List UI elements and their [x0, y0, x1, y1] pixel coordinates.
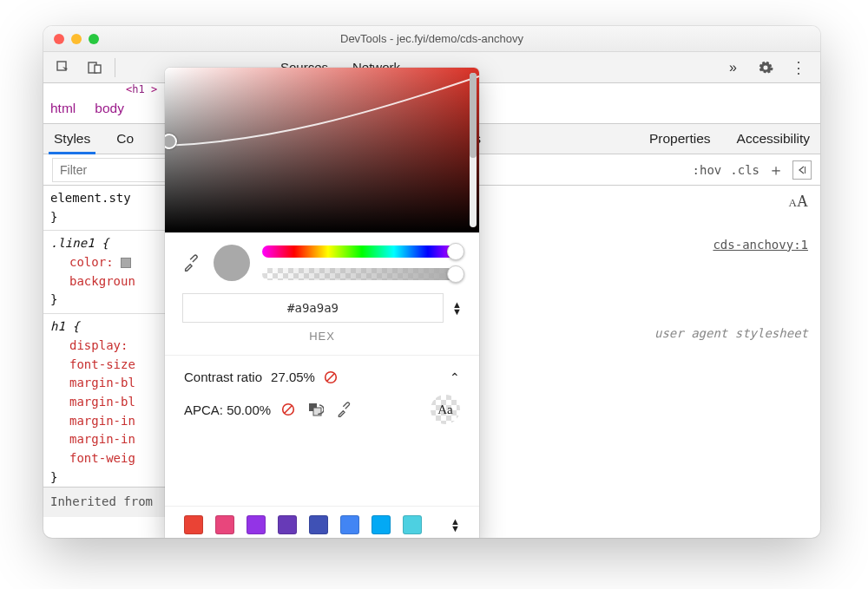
spectrum-marker[interactable]	[165, 134, 177, 149]
prop-fontsize-cut[interactable]: font-size	[50, 356, 171, 375]
breadcrumb-body[interactable]: body	[95, 101, 124, 116]
contrast-curve	[165, 68, 479, 232]
format-switch-icon[interactable]: ▲▼	[452, 302, 462, 315]
titlebar: DevTools - jec.fyi/demo/cds-anchovy	[43, 26, 820, 52]
apca-eyedropper-icon[interactable]	[335, 400, 354, 419]
alpha-thumb[interactable]	[447, 265, 464, 283]
prop-fontweight-cut[interactable]: font-weig	[50, 449, 171, 468]
prop-color[interactable]: color:	[50, 253, 171, 272]
palette-switch-icon[interactable]: ▲▼	[450, 519, 460, 532]
palette-swatch-4[interactable]	[278, 515, 297, 534]
contrast-fail-icon	[324, 370, 338, 384]
settings-gear-icon[interactable]	[754, 56, 777, 79]
palette-swatch-1[interactable]	[184, 515, 203, 534]
spectrum-area[interactable]	[165, 68, 479, 232]
zoom-dot[interactable]	[89, 34, 99, 44]
styles-right-column: AA cds-anchovy:1 user agent stylesheet	[654, 189, 808, 344]
swap-colors-icon[interactable]	[306, 400, 325, 419]
prop-background-cut[interactable]: backgroun	[50, 272, 171, 291]
picker-separator	[165, 355, 479, 356]
contrast-collapse-chevron-up-icon[interactable]: ⌃	[450, 370, 460, 384]
prop-marginbl-2[interactable]: margin-bl	[50, 393, 171, 412]
hue-slider[interactable]	[262, 245, 462, 258]
eyedropper-icon[interactable]	[182, 253, 201, 272]
tab-accessibility[interactable]: Accessibility	[737, 131, 810, 147]
font-aa-icon[interactable]: AA	[789, 193, 808, 210]
sidebar-toggle-icon[interactable]	[792, 160, 812, 180]
palette-swatch-6[interactable]	[340, 515, 359, 534]
text-sample-circle[interactable]: Aa	[431, 395, 460, 424]
hex-row: ▲▼	[165, 288, 479, 328]
cls-toggle[interactable]: .cls	[730, 163, 760, 177]
apca-fail-icon	[281, 402, 295, 416]
prop-marginbl-1[interactable]: margin-bl	[50, 374, 171, 393]
hex-label: HEX	[165, 330, 479, 343]
device-toggle-icon[interactable]	[83, 56, 106, 79]
window-title: DevTools - jec.fyi/demo/cds-anchovy	[43, 32, 820, 45]
svg-rect-3	[805, 167, 806, 173]
tab-computed-cut[interactable]: Co	[116, 131, 134, 147]
hov-toggle[interactable]: :hov	[693, 163, 722, 177]
rule-separator	[43, 230, 178, 231]
styles-rules-panel: element.sty } .line1 { color: backgroun …	[43, 186, 178, 524]
prop-marginin-1[interactable]: margin-in	[50, 412, 171, 431]
dom-breadcrumb: html body	[50, 101, 124, 116]
inspect-element-icon[interactable]	[52, 56, 75, 79]
contrast-row: Contrast ratio 27.05% ⌃	[165, 363, 479, 391]
palette-swatch-2[interactable]	[215, 515, 234, 534]
spectrum-scrollbar[interactable]	[470, 73, 477, 227]
color-picker-popover: ▲▼ HEX Contrast ratio 27.05% ⌃ APCA: 50.…	[165, 68, 479, 538]
kebab-menu-icon[interactable]: ⋮	[786, 60, 812, 75]
prop-display[interactable]: display:	[50, 337, 171, 356]
close-brace-2: }	[50, 291, 171, 310]
color-swatch-gray[interactable]	[121, 258, 131, 268]
palette-swatch-5[interactable]	[309, 515, 328, 534]
close-dot[interactable]	[54, 34, 64, 44]
breadcrumb-html[interactable]: html	[50, 101, 76, 116]
svg-line-5	[327, 373, 334, 380]
tab-properties[interactable]: Properties	[649, 131, 711, 147]
element-style-label[interactable]: element.sty	[50, 189, 171, 208]
rule-h1-selector[interactable]: h1 {	[50, 317, 171, 337]
current-color-swatch	[214, 245, 250, 281]
traffic-lights	[43, 34, 99, 44]
dom-code-peek: <h1 >	[126, 83, 157, 95]
svg-rect-2	[95, 65, 101, 73]
sliders-group	[262, 245, 462, 280]
alpha-slider[interactable]	[262, 268, 462, 280]
apca-row: APCA: 50.00% Aa	[165, 391, 479, 435]
more-tabs-chevron[interactable]: »	[720, 60, 746, 75]
close-brace-3: }	[50, 468, 171, 488]
prop-marginin-2[interactable]: margin-in	[50, 430, 171, 449]
tab-styles[interactable]: Styles	[54, 131, 90, 147]
palette-swatch-3[interactable]	[247, 515, 266, 534]
palette-row: ▲▼	[165, 506, 479, 538]
devtools-window: DevTools - jec.fyi/demo/cds-anchovy Sour…	[43, 26, 820, 538]
hex-input[interactable]	[182, 293, 444, 323]
svg-line-7	[285, 406, 292, 413]
contrast-value: 27.05%	[271, 370, 315, 384]
apca-label: APCA: 50.00%	[184, 402, 271, 417]
contrast-label: Contrast ratio	[184, 370, 262, 384]
inherited-from-label: Inherited from	[43, 487, 178, 517]
palette-swatch-8[interactable]	[403, 515, 422, 534]
close-brace-1: }	[50, 208, 171, 227]
minimize-dot[interactable]	[71, 34, 82, 44]
palette-swatch-7[interactable]	[372, 515, 391, 534]
source-link[interactable]: cds-anchovy:1	[654, 235, 808, 254]
picker-controls-row	[165, 232, 479, 288]
new-rule-plus-icon[interactable]: ＋	[768, 160, 784, 180]
hue-thumb[interactable]	[447, 243, 464, 260]
rule-line1-selector[interactable]: .line1 {	[50, 234, 171, 253]
toolbar-divider	[115, 58, 115, 77]
user-agent-label: user agent stylesheet	[654, 324, 808, 343]
rule-separator-2	[43, 313, 178, 314]
